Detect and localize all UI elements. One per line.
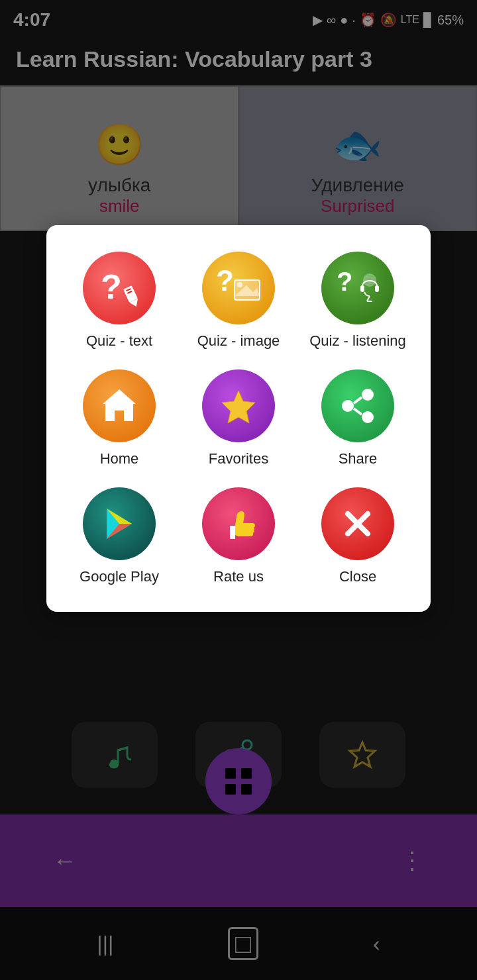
close-icon — [335, 501, 381, 547]
favorites-label: Favorites — [209, 450, 268, 467]
svg-marker-15 — [103, 389, 136, 421]
share-icon-circle — [321, 369, 394, 442]
svg-point-17 — [362, 389, 374, 401]
quiz-image-label: Quiz - image — [197, 332, 280, 350]
svg-rect-12 — [375, 285, 379, 292]
rate-us-label: Rate us — [213, 568, 264, 585]
quiz-text-icon-circle: ? — [83, 252, 156, 324]
svg-line-21 — [354, 409, 362, 415]
svg-text:?: ? — [216, 264, 234, 297]
rate-us-icon-circle — [202, 487, 275, 560]
share-label: Share — [339, 450, 378, 467]
google-play-label: Google Play — [80, 568, 159, 585]
modal-item-quiz-image[interactable]: ? Quiz - image — [179, 245, 298, 356]
quiz-listening-icon-circle: ? — [321, 252, 394, 324]
svg-rect-11 — [360, 285, 364, 292]
modal-grid: ? Quiz - text ? — [60, 245, 417, 592]
quiz-text-icon: ? — [93, 262, 146, 315]
quiz-image-icon-circle: ? — [202, 252, 275, 324]
svg-line-13 — [367, 296, 370, 301]
home-label: Home — [100, 450, 139, 467]
home-icon-circle — [83, 369, 156, 442]
modal-item-home[interactable]: Home — [60, 363, 179, 474]
modal-item-close[interactable]: Close — [298, 481, 417, 592]
quiz-listening-icon: ? — [331, 262, 384, 315]
modal-item-quiz-text[interactable]: ? Quiz - text — [60, 245, 179, 356]
close-icon-circle — [321, 487, 394, 560]
svg-text:?: ? — [101, 268, 122, 306]
close-label: Close — [339, 568, 376, 585]
svg-point-18 — [342, 400, 354, 412]
rate-us-icon — [215, 501, 262, 547]
svg-point-19 — [362, 411, 374, 423]
modal-item-rate-us[interactable]: Rate us — [179, 481, 298, 592]
modal-item-google-play[interactable]: Google Play — [60, 481, 179, 592]
svg-line-20 — [354, 397, 362, 403]
google-play-icon-circle — [83, 487, 156, 560]
favorites-icon — [215, 383, 262, 429]
svg-marker-16 — [222, 391, 255, 423]
modal-item-quiz-listening[interactable]: ? Quiz - listening — [298, 245, 417, 356]
favorites-icon-circle — [202, 369, 275, 442]
modal-item-share[interactable]: Share — [298, 363, 417, 474]
quiz-image-icon: ? — [212, 262, 265, 315]
modal-item-favorites[interactable]: Favorites — [179, 363, 298, 474]
home-icon — [96, 383, 142, 429]
quiz-listening-label: Quiz - listening — [309, 332, 406, 350]
modal-dialog: ? Quiz - text ? — [46, 225, 431, 612]
svg-point-8 — [237, 282, 242, 287]
share-icon — [335, 383, 381, 429]
svg-text:?: ? — [337, 267, 352, 296]
quiz-text-label: Quiz - text — [86, 332, 152, 350]
google-play-icon — [96, 501, 142, 547]
